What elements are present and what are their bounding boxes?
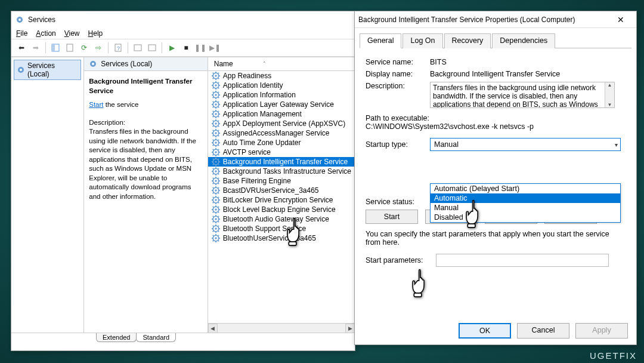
- tab-general[interactable]: General: [360, 33, 401, 48]
- services-list[interactable]: App ReadinessApplication IdentityApplica…: [208, 71, 355, 323]
- service-name: Background Intelligent Transfer Service: [223, 158, 348, 166]
- startup-type-dropdown[interactable]: Automatic (Delayed Start)AutomaticManual…: [430, 183, 621, 223]
- list-item[interactable]: Bluetooth Audio Gateway Service: [208, 214, 355, 224]
- list-item[interactable]: BluetoothUserService_3a465: [208, 233, 355, 243]
- svg-line-171: [218, 216, 219, 217]
- dialog-tabs: General Log On Recovery Dependencies: [360, 33, 631, 48]
- list-item[interactable]: BitLocker Drive Encryption Service: [208, 195, 355, 205]
- svg-line-42: [213, 97, 214, 99]
- svg-rect-4: [67, 44, 73, 51]
- svg-line-30: [218, 88, 219, 89]
- list-item[interactable]: AssignedAccessManager Service: [208, 128, 355, 138]
- details-header-label: Services (Local): [101, 60, 152, 68]
- description-label: Description:: [89, 118, 203, 128]
- dropdown-option[interactable]: Automatic (Delayed Start): [431, 184, 620, 193]
- horizontal-scrollbar[interactable]: ◀ ▶: [208, 323, 355, 333]
- back-button[interactable]: ⬅: [15, 41, 28, 54]
- start-suffix: the service: [104, 101, 139, 108]
- chevron-down-icon: ▾: [615, 141, 618, 148]
- cancel-button[interactable]: Cancel: [517, 323, 569, 339]
- scroll-left-icon[interactable]: ◀: [208, 324, 218, 333]
- display-name-value: Background Intelligent Transfer Service: [430, 70, 560, 78]
- svg-line-32: [213, 88, 214, 89]
- svg-line-162: [213, 212, 214, 213]
- svg-line-99: [213, 149, 214, 150]
- start-service-button[interactable]: ▶: [165, 41, 178, 54]
- close-button[interactable]: ✕: [609, 15, 633, 24]
- list-item[interactable]: Base Filtering Engine: [208, 176, 355, 186]
- list-item[interactable]: AVCTP service: [208, 147, 355, 157]
- svg-line-160: [218, 212, 219, 213]
- dropdown-option[interactable]: Manual: [431, 203, 620, 213]
- tab-standard[interactable]: Standard: [136, 333, 176, 342]
- svg-point-74: [215, 132, 217, 134]
- svg-point-144: [215, 199, 217, 201]
- list-item[interactable]: App Readiness: [208, 71, 355, 81]
- start-parameters-input[interactable]: [436, 254, 609, 267]
- list-item[interactable]: Auto Time Zone Updater: [208, 138, 355, 147]
- list-item[interactable]: Application Information: [208, 90, 355, 100]
- tree-root-item[interactable]: Services (Local): [14, 60, 81, 80]
- list-item[interactable]: BcastDVRUserService_3a465: [208, 186, 355, 195]
- svg-line-181: [218, 226, 219, 227]
- list-item[interactable]: Bluetooth Support Service: [208, 224, 355, 233]
- dropdown-option[interactable]: Disabled: [431, 213, 620, 222]
- menu-action[interactable]: Action: [36, 29, 55, 38]
- apply-button[interactable]: Apply: [575, 323, 628, 339]
- svg-line-190: [218, 241, 219, 242]
- stop-service-button[interactable]: ■: [179, 41, 193, 54]
- tab-dependencies[interactable]: Dependencies: [492, 33, 555, 48]
- pause-service-button[interactable]: ❚❚: [194, 41, 207, 54]
- start-button[interactable]: Start: [366, 210, 418, 224]
- list-item[interactable]: Application Management: [208, 109, 355, 119]
- svg-line-91: [218, 140, 219, 141]
- svg-line-102: [213, 155, 214, 156]
- dialog-titlebar[interactable]: Background Intelligent Transfer Service …: [355, 11, 636, 28]
- tab-extended[interactable]: Extended: [96, 333, 137, 342]
- svg-line-111: [218, 159, 219, 160]
- tab-recovery[interactable]: Recovery: [444, 33, 491, 48]
- forward-button[interactable]: ➡: [29, 41, 42, 54]
- dropdown-option[interactable]: Automatic: [431, 193, 620, 203]
- refresh-button[interactable]: ⟳: [78, 41, 91, 54]
- list-item[interactable]: Application Identity: [208, 81, 355, 90]
- svg-line-141: [218, 187, 219, 189]
- svg-line-101: [218, 149, 219, 150]
- list-item[interactable]: Background Tasks Infrastructure Service: [208, 167, 355, 176]
- svg-line-22: [213, 78, 214, 79]
- svg-line-131: [218, 178, 219, 179]
- menubar: File Action View Help: [11, 28, 355, 39]
- restart-service-button[interactable]: ▶❚: [208, 41, 221, 54]
- services-titlebar[interactable]: Services: [11, 11, 355, 28]
- menu-view[interactable]: View: [64, 29, 80, 38]
- props3-button[interactable]: [145, 41, 159, 54]
- scroll-right-icon[interactable]: ▶: [345, 324, 355, 333]
- column-header-name[interactable]: Name ˄: [208, 57, 355, 71]
- svg-line-121: [218, 168, 219, 170]
- ok-button[interactable]: OK: [459, 323, 511, 339]
- list-item[interactable]: Application Layer Gateway Service: [208, 100, 355, 109]
- menu-help[interactable]: Help: [88, 29, 103, 38]
- list-item[interactable]: Background Intelligent Transfer Service: [208, 157, 355, 167]
- help-button[interactable]: ?: [112, 41, 125, 54]
- export-button[interactable]: ⇨: [92, 41, 105, 54]
- svg-point-164: [215, 218, 217, 220]
- show-hide-button[interactable]: [49, 41, 62, 54]
- startup-type-label: Startup type:: [366, 140, 430, 149]
- svg-line-179: [213, 226, 214, 227]
- list-item[interactable]: Block Level Backup Engine Service: [208, 205, 355, 214]
- service-name: Application Information: [223, 91, 296, 99]
- gear-icon: [17, 66, 25, 74]
- description-box[interactable]: Transfers files in the background using …: [430, 82, 615, 108]
- startup-type-combo[interactable]: Manual ▾: [430, 138, 621, 151]
- tab-logon[interactable]: Log On: [402, 33, 442, 48]
- properties-button[interactable]: [63, 41, 76, 54]
- list-item[interactable]: AppX Deployment Service (AppXSVC): [208, 119, 355, 128]
- svg-line-69: [213, 121, 214, 122]
- menu-file[interactable]: File: [16, 29, 27, 38]
- gear-icon: [15, 15, 24, 24]
- start-service-link[interactable]: Start: [89, 101, 103, 108]
- svg-line-172: [213, 222, 214, 223]
- description-scrollbar[interactable]: ▲▼: [605, 82, 614, 107]
- props2-button[interactable]: [131, 41, 144, 54]
